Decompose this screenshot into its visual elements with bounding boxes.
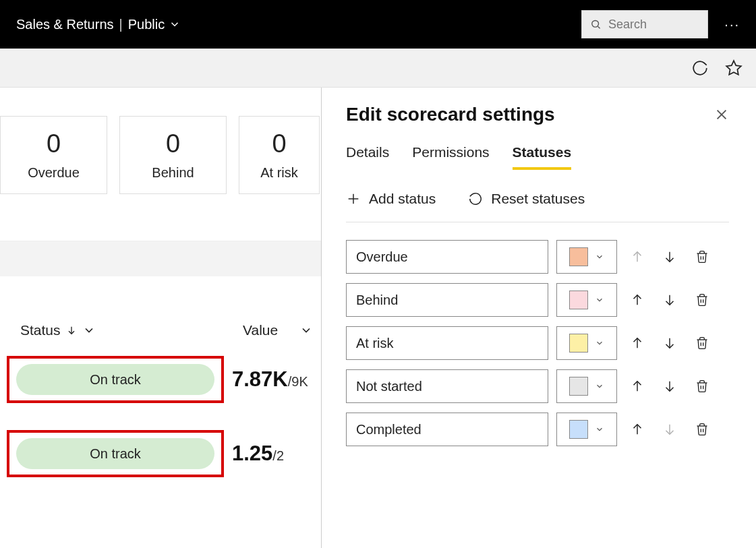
- status-color-dropdown[interactable]: [556, 240, 617, 274]
- status-row: Behind: [346, 283, 729, 317]
- tab-statuses[interactable]: Statuses: [513, 144, 572, 170]
- move-down-button: [658, 422, 682, 437]
- plus-icon: [346, 191, 361, 206]
- panel-actions: Add status Reset statuses: [346, 191, 729, 222]
- column-header-status[interactable]: Status: [20, 322, 243, 338]
- toolbar: [0, 49, 756, 88]
- status-row: Completed: [346, 413, 729, 446]
- panel-title: Edit scorecard settings: [346, 104, 714, 125]
- column-label: Value: [243, 322, 278, 338]
- search-input-container[interactable]: [581, 10, 708, 38]
- delete-status-button[interactable]: [690, 293, 714, 307]
- status-color-dropdown[interactable]: [556, 369, 617, 403]
- move-down-button[interactable]: [658, 379, 682, 394]
- refresh-button[interactable]: [691, 59, 709, 77]
- chevron-down-icon: [595, 295, 604, 305]
- breadcrumb-separator: |: [119, 17, 123, 32]
- delete-status-button[interactable]: [690, 249, 714, 264]
- kpi-card-behind[interactable]: 0 Behind: [119, 116, 227, 194]
- search-input[interactable]: [608, 18, 699, 32]
- tab-list: Details Permissions Statuses: [346, 144, 729, 171]
- delete-status-button[interactable]: [690, 336, 714, 351]
- kpi-label: Behind: [152, 165, 194, 181]
- status-color-dropdown[interactable]: [556, 326, 617, 360]
- chevron-down-icon: [82, 324, 96, 337]
- status-row: At risk: [346, 326, 729, 360]
- chevron-down-icon: [595, 338, 604, 348]
- add-status-label: Add status: [369, 191, 436, 207]
- move-up-button[interactable]: [625, 293, 649, 307]
- tab-details[interactable]: Details: [346, 144, 389, 170]
- delete-status-button[interactable]: [690, 422, 714, 437]
- scope-dropdown[interactable]: Public: [128, 17, 181, 32]
- close-button[interactable]: [714, 107, 729, 122]
- color-swatch: [569, 377, 588, 396]
- kpi-value: 0: [47, 129, 61, 158]
- move-up-button[interactable]: [625, 379, 649, 394]
- kpi-card-atrisk[interactable]: 0 At risk: [239, 116, 320, 194]
- tab-permissions[interactable]: Permissions: [412, 144, 489, 170]
- chevron-down-icon: [595, 252, 604, 262]
- breadcrumb: Sales & Returns | Public: [16, 17, 181, 32]
- kpi-label: At risk: [260, 165, 298, 181]
- color-swatch: [569, 247, 588, 266]
- value-number: 7.87K: [232, 367, 288, 392]
- refresh-icon: [691, 59, 709, 77]
- more-menu-button[interactable]: ···: [724, 17, 740, 32]
- sort-arrow-down-icon: [66, 325, 77, 336]
- status-text: On track: [90, 446, 141, 462]
- value-denom: /2: [272, 448, 284, 464]
- status-name-input[interactable]: At risk: [346, 326, 548, 360]
- color-swatch: [569, 334, 588, 353]
- delete-status-button[interactable]: [690, 379, 714, 394]
- move-down-button[interactable]: [658, 336, 682, 351]
- status-pill[interactable]: On track: [16, 364, 214, 395]
- close-icon: [714, 107, 729, 122]
- kpi-card-overdue[interactable]: 0 Overdue: [0, 116, 107, 194]
- kpi-value: 0: [166, 129, 180, 158]
- svg-point-0: [592, 20, 599, 27]
- status-name-input[interactable]: Not started: [346, 369, 548, 403]
- kpi-label: Overdue: [28, 165, 80, 181]
- reset-icon: [468, 191, 483, 206]
- scope-label: Public: [128, 17, 165, 32]
- status-cell-highlight: On track: [7, 356, 224, 403]
- favorite-button[interactable]: [725, 59, 743, 77]
- move-down-button[interactable]: [658, 249, 682, 264]
- move-up-button: [625, 249, 649, 264]
- chevron-down-icon: [595, 425, 604, 434]
- value-cell: 7.87K /9K: [232, 367, 308, 392]
- status-color-dropdown[interactable]: [556, 413, 617, 446]
- svg-marker-2: [726, 61, 741, 75]
- add-status-button[interactable]: Add status: [346, 191, 436, 207]
- value-denom: /9K: [288, 374, 308, 390]
- status-color-dropdown[interactable]: [556, 283, 617, 317]
- chevron-down-icon: [299, 324, 313, 337]
- column-header-value[interactable]: Value: [243, 322, 313, 338]
- chevron-down-icon: [595, 382, 604, 391]
- status-text: On track: [90, 372, 141, 388]
- reset-statuses-label: Reset statuses: [491, 191, 585, 207]
- workspace-name: Sales & Returns: [16, 17, 114, 32]
- status-name-input[interactable]: Behind: [346, 283, 548, 317]
- settings-panel: Edit scorecard settings Details Permissi…: [321, 88, 756, 548]
- status-list: Overdue Behind At risk Not started: [346, 240, 729, 446]
- move-up-button[interactable]: [625, 336, 649, 351]
- chevron-down-icon: [169, 18, 181, 30]
- value-cell: 1.25 /2: [232, 442, 284, 466]
- star-icon: [725, 59, 743, 77]
- kpi-value: 0: [272, 129, 286, 158]
- color-swatch: [569, 420, 588, 439]
- search-icon: [590, 18, 602, 31]
- reset-statuses-button[interactable]: Reset statuses: [468, 191, 585, 207]
- status-row: Overdue: [346, 240, 729, 274]
- move-up-button[interactable]: [625, 422, 649, 437]
- status-cell-highlight: On track: [7, 430, 224, 477]
- app-header: Sales & Returns | Public ···: [0, 0, 756, 49]
- move-down-button[interactable]: [658, 293, 682, 307]
- column-label: Status: [20, 322, 61, 338]
- status-pill[interactable]: On track: [16, 438, 214, 469]
- status-name-input[interactable]: Overdue: [346, 240, 548, 274]
- color-swatch: [569, 291, 588, 309]
- status-name-input[interactable]: Completed: [346, 413, 548, 446]
